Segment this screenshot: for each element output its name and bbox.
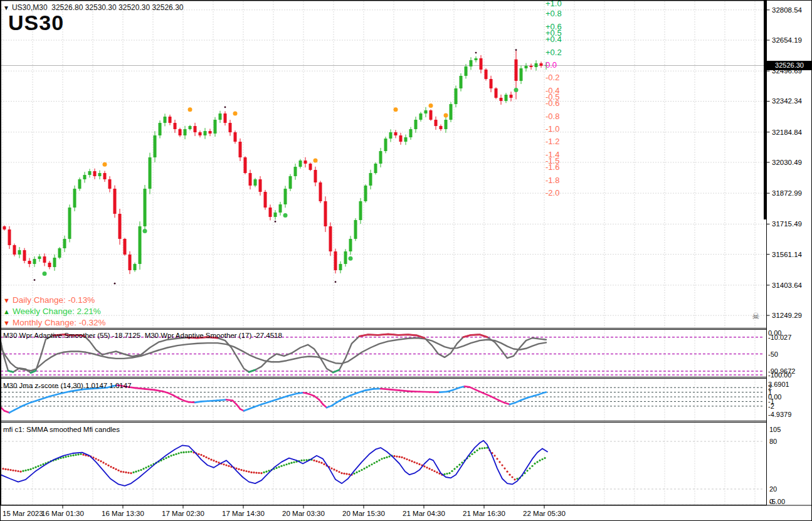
svg-text:+0.8: +0.8 xyxy=(546,9,562,18)
svg-text:32342.34: 32342.34 xyxy=(772,97,803,105)
svg-text:22 Mar 05:30: 22 Mar 05:30 xyxy=(523,510,566,517)
mfi-axis-label: -5.00 xyxy=(769,498,785,505)
svg-text:17 Mar 02:30: 17 Mar 02:30 xyxy=(162,510,204,517)
svg-text:31403.64: 31403.64 xyxy=(772,282,803,289)
svg-text:0.0: 0.0 xyxy=(546,60,557,70)
wpr-panel[interactable] xyxy=(1,334,764,375)
svg-text:31249.29: 31249.29 xyxy=(772,312,802,319)
svg-text:20 Mar 03:30: 20 Mar 03:30 xyxy=(282,510,325,517)
svg-text:16 Mar 01:30: 16 Mar 01:30 xyxy=(41,510,84,517)
weekly-change-text: Weekly Change: 2.21% xyxy=(13,307,101,316)
trading-terminal-window: +1.0+0.8+0.6+0.5+0.4+0.20.0-0.2-0.4-0.5-… xyxy=(0,0,812,521)
svg-text:-0.6: -0.6 xyxy=(546,98,559,108)
daily-change: ▼Daily Change: -0.13% xyxy=(3,295,105,306)
down-arrow-icon: ▼ xyxy=(3,297,10,304)
panel-borders xyxy=(1,1,812,505)
svg-text:-50: -50 xyxy=(768,350,778,358)
price-axis[interactable]: 32808.5432654.1932496.6932342.3432184.84… xyxy=(767,6,803,319)
down-arrow-icon: ▼ xyxy=(3,319,10,327)
svg-text:31872.99: 31872.99 xyxy=(772,189,802,197)
time-axis[interactable]: 15 Mar 202316 Mar 01:3016 Mar 13:3017 Ma… xyxy=(3,505,566,517)
zscore-panel-title: M30 Jma z-score (14,30) 1.0147 1.0147 xyxy=(3,382,132,389)
weekly-change: ▲Weekly Change: 2.21% xyxy=(3,306,105,317)
svg-text:-2: -2 xyxy=(768,403,774,410)
svg-text:31715.49: 31715.49 xyxy=(772,220,802,228)
svg-text:21 Mar 16:30: 21 Mar 16:30 xyxy=(463,510,505,517)
svg-text:-0.2: -0.2 xyxy=(546,73,559,82)
zscore-axis-label: -2 xyxy=(768,403,774,410)
svg-text:-1.0: -1.0 xyxy=(546,124,559,134)
symbol-watermark: US30 xyxy=(8,11,64,35)
svg-text:80: 80 xyxy=(769,438,777,445)
svg-text:20: 20 xyxy=(769,485,777,493)
wpr-panel-title: M30 Wpr Adaptive Smoother (55) -18.7125 … xyxy=(3,332,282,339)
up-arrow-icon: ▲ xyxy=(3,308,10,315)
chart-canvas[interactable]: +1.0+0.8+0.6+0.5+0.4+0.20.0-0.2-0.4-0.5-… xyxy=(1,1,812,521)
svg-text:17 Mar 14:30: 17 Mar 14:30 xyxy=(222,510,265,517)
svg-text:31561.14: 31561.14 xyxy=(772,251,803,258)
wpr-axis-label: -50 xyxy=(768,350,778,358)
percent-ladder: +1.0+0.8+0.6+0.5+0.4+0.20.0-0.2-0.4-0.5-… xyxy=(546,1,562,197)
svg-text:-4.9379: -4.9379 xyxy=(768,411,791,418)
svg-text:20 Mar 15:30: 20 Mar 15:30 xyxy=(342,510,385,517)
svg-text:-1.8: -1.8 xyxy=(546,176,559,185)
mfi-axis-label: 80 xyxy=(769,438,777,445)
svg-text:15 Mar 2023: 15 Mar 2023 xyxy=(3,510,43,517)
svg-text:32808.54: 32808.54 xyxy=(772,6,803,14)
current-price-badge: 32526.30 xyxy=(767,61,812,70)
price-scale-bar[interactable] xyxy=(764,1,766,219)
zscore-panel[interactable] xyxy=(1,386,764,413)
zscore-axis-label: -4.9379 xyxy=(768,411,791,418)
svg-text:-100.00: -100.00 xyxy=(768,371,791,379)
mfi-panel-title: mfi c1: SMMA smoothed Mfi candles xyxy=(3,426,120,433)
svg-text:21 Mar 04:30: 21 Mar 04:30 xyxy=(403,510,445,517)
svg-text:105: 105 xyxy=(769,426,781,433)
svg-text:32654.19: 32654.19 xyxy=(772,36,802,44)
signal-dots xyxy=(34,49,519,284)
svg-text:32184.84: 32184.84 xyxy=(772,129,803,136)
svg-text:+1.0: +1.0 xyxy=(546,1,562,8)
svg-text:-5.00: -5.00 xyxy=(769,498,785,505)
mfi-axis-label: 20 xyxy=(769,485,777,493)
svg-text:+0.4: +0.4 xyxy=(546,34,562,44)
change-summary: ▼Daily Change: -0.13% ▲Weekly Change: 2.… xyxy=(3,295,105,329)
svg-text:16 Mar 13:30: 16 Mar 13:30 xyxy=(102,510,144,517)
svg-text:+0.2: +0.2 xyxy=(546,48,562,57)
monthly-change-text: Monthly Change: -0.32% xyxy=(13,318,106,327)
wpr-axis-label: -10.027 xyxy=(768,334,791,341)
daily-change-text: Daily Change: -0.13% xyxy=(13,295,95,305)
wpr-axis-label: -100.00 xyxy=(768,371,791,379)
svg-text:-10.027: -10.027 xyxy=(768,334,791,341)
svg-text:-1.6: -1.6 xyxy=(546,162,559,172)
mfi-panel[interactable] xyxy=(1,441,764,505)
svg-text:32030.49: 32030.49 xyxy=(772,159,802,166)
mfi-axis-label: 105 xyxy=(769,426,781,433)
svg-text:-0.8: -0.8 xyxy=(546,112,559,121)
monthly-change: ▼Monthly Change: -0.32% xyxy=(3,317,105,329)
svg-text:-2.0: -2.0 xyxy=(546,188,559,197)
skull-icon: ☠ xyxy=(752,311,760,321)
svg-text:-1.2: -1.2 xyxy=(546,137,559,146)
